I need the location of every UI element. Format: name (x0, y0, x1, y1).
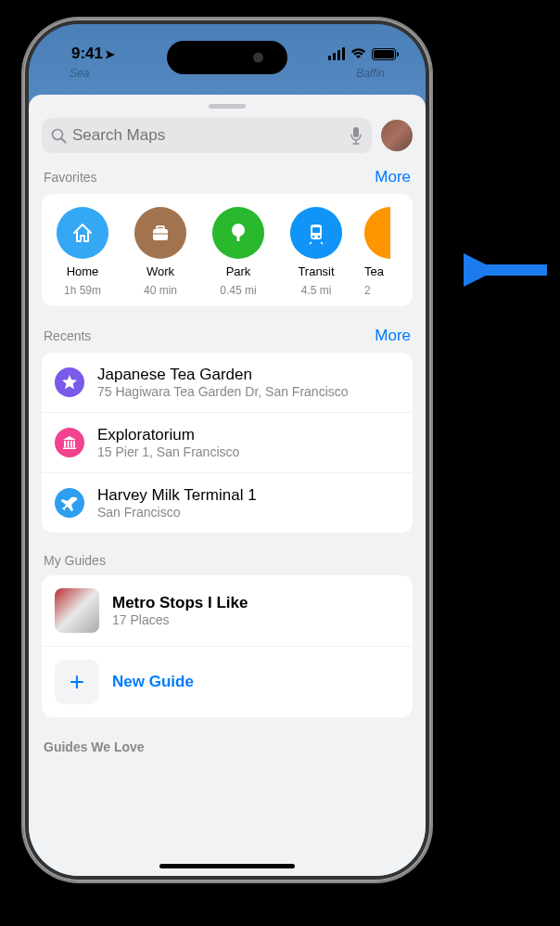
my-guides-title: My Guides (44, 553, 106, 568)
annotation-arrow (464, 247, 556, 293)
museum-icon (55, 428, 84, 457)
recents-title: Recents (44, 328, 91, 343)
favorite-park[interactable]: Park 0.45 mi (199, 207, 277, 297)
status-time: 9:41 (71, 45, 103, 63)
search-input[interactable] (72, 126, 344, 145)
home-indicator[interactable] (159, 864, 295, 868)
recent-title: Exploratorium (97, 426, 400, 444)
house-icon (57, 207, 108, 259)
svg-rect-15 (68, 441, 70, 447)
svg-line-12 (310, 242, 312, 244)
my-guides-card: Metro Stops I Like 17 Places + New Guide (42, 575, 413, 717)
svg-rect-14 (64, 441, 66, 447)
guide-thumbnail (55, 588, 99, 633)
svg-point-0 (53, 129, 63, 139)
favorite-work[interactable]: Work 40 min (121, 207, 199, 297)
svg-line-13 (321, 242, 323, 244)
microphone-icon[interactable] (350, 126, 363, 145)
svg-point-6 (232, 224, 245, 237)
phone-frame: Sea Baffin 9:41 ➤ (23, 19, 431, 881)
svg-rect-3 (153, 229, 168, 240)
guide-item[interactable]: Metro Stops I Like 17 Places (42, 575, 413, 647)
new-guide-button[interactable]: + New Guide (42, 647, 413, 717)
battery-icon (372, 48, 396, 60)
star-icon (55, 367, 84, 397)
search-icon (51, 128, 67, 144)
guide-title: Metro Stops I Like (112, 594, 248, 612)
svg-rect-4 (157, 226, 164, 229)
tree-icon (212, 207, 264, 259)
recent-subtitle: 75 Hagiwara Tea Garden Dr, San Francisco (97, 384, 400, 399)
location-services-icon: ➤ (105, 47, 115, 61)
pin-icon (364, 207, 390, 259)
profile-avatar[interactable] (381, 120, 413, 151)
svg-point-10 (312, 236, 315, 238)
svg-rect-2 (353, 127, 359, 137)
favorite-transit[interactable]: Transit 4.5 mi (277, 207, 355, 297)
tram-icon (290, 207, 342, 259)
plane-icon (55, 488, 84, 518)
sheet-grabber[interactable] (209, 104, 246, 109)
favorite-home[interactable]: Home 1h 59m (44, 207, 121, 297)
cellular-signal-icon (328, 47, 345, 60)
recent-subtitle: 15 Pier 1, San Francisco (97, 444, 400, 459)
svg-rect-7 (237, 235, 240, 241)
favorites-title: Favorites (44, 170, 97, 185)
search-card-sheet[interactable]: Favorites More Home 1h 59m (29, 95, 426, 876)
recents-card: Japanese Tea Garden 75 Hagiwara Tea Gard… (42, 353, 413, 533)
plus-icon: + (55, 660, 99, 704)
guide-subtitle: 17 Places (112, 612, 248, 627)
svg-point-11 (318, 236, 321, 238)
svg-rect-17 (73, 441, 75, 447)
favorite-tea-partial[interactable]: Tea 2 (355, 207, 392, 297)
search-bar[interactable] (42, 118, 372, 153)
favorites-card[interactable]: Home 1h 59m Work 40 min (42, 194, 413, 306)
recent-title: Harvey Milk Terminal 1 (97, 486, 400, 505)
recent-subtitle: San Francisco (97, 505, 400, 520)
guides-we-love-title: Guides We Love (42, 717, 413, 754)
svg-rect-9 (312, 227, 320, 233)
svg-rect-16 (70, 441, 72, 447)
svg-line-1 (62, 138, 66, 142)
recent-item[interactable]: Harvey Milk Terminal 1 San Francisco (42, 473, 413, 533)
recent-title: Japanese Tea Garden (97, 366, 400, 384)
svg-rect-18 (63, 448, 76, 450)
dynamic-island (167, 41, 287, 74)
briefcase-icon (134, 207, 186, 259)
recent-item[interactable]: Exploratorium 15 Pier 1, San Francisco (42, 413, 413, 473)
recent-item[interactable]: Japanese Tea Garden 75 Hagiwara Tea Gard… (42, 353, 413, 413)
recents-more-button[interactable]: More (375, 327, 411, 345)
favorites-more-button[interactable]: More (375, 168, 411, 186)
wifi-icon (350, 48, 366, 59)
